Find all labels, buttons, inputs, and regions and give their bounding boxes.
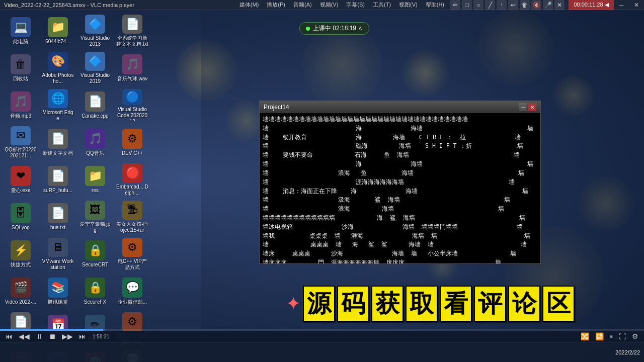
project14-titlebar[interactable]: Project14 ─ ✕ bbox=[260, 101, 540, 113]
desktop-icon-15[interactable]: ⚙ DEV C++ bbox=[114, 124, 150, 160]
arrow-icon[interactable]: ↑ bbox=[497, 0, 507, 10]
desktop-icon-14[interactable]: 🎵 QQ音乐 bbox=[77, 124, 113, 160]
icon-label-19: Embarcad... Delphi... bbox=[116, 184, 148, 196]
desktop-icon-29[interactable]: 📚 腾讯课堂 bbox=[40, 273, 76, 309]
icon-image-20: 🗄 bbox=[11, 203, 31, 223]
shuffle-button[interactable]: 🔀 bbox=[579, 332, 591, 340]
desktop-icon-19[interactable]: 🔴 Embarcad... Delphi... bbox=[114, 161, 150, 198]
forward-button[interactable]: ▶▶ bbox=[60, 332, 74, 340]
desktop-icon-11[interactable]: 🔵 Visual Studio Code 20202012 bbox=[114, 87, 150, 123]
stop-button[interactable]: ⏹ bbox=[47, 332, 57, 340]
playlist-button[interactable]: ≡ bbox=[608, 334, 614, 339]
desktop-icon-1[interactable]: 📁 6044lb74... bbox=[40, 13, 76, 49]
icon-label-12: QQ邮件20220202121... bbox=[5, 147, 37, 158]
menu-help[interactable]: 帮助(H) bbox=[422, 0, 448, 10]
icon-image-17: 📄 bbox=[48, 166, 68, 186]
desktop-icon-23[interactable]: 🗜 美女大女孩-Project15-rar bbox=[114, 199, 150, 235]
icon-label-20: SQLyog bbox=[12, 225, 30, 231]
desktop-icon-8[interactable]: 🎵 音频.mp3 bbox=[3, 87, 39, 123]
fullscreen-button[interactable]: ⛶ bbox=[617, 332, 627, 340]
star-left-icon: ✦ bbox=[286, 293, 301, 314]
desktop-icon-25[interactable]: 🖥 VMware Workstation bbox=[40, 236, 76, 272]
repeat-button[interactable]: 🔁 bbox=[594, 332, 605, 340]
project14-window-controls: ─ ✕ bbox=[519, 103, 536, 111]
menu-media[interactable]: 媒体(M) bbox=[235, 0, 263, 10]
icon-label-16: 爱心.exe bbox=[11, 188, 31, 194]
mic-icon[interactable]: 🎤 bbox=[543, 0, 553, 10]
menu-subtitle[interactable]: 字幕(S) bbox=[342, 0, 369, 10]
desktop-icon-2[interactable]: 🔷 Visual Studio 2013 bbox=[77, 13, 113, 49]
icon-image-10: 📄 bbox=[85, 92, 105, 112]
circle-icon[interactable]: ○ bbox=[473, 0, 484, 10]
desktop-icon-31[interactable]: 💬 企业微信邮... bbox=[114, 273, 150, 309]
subtitle-char-6: 论 bbox=[508, 286, 540, 322]
menu-video[interactable]: 视频(V) bbox=[316, 0, 343, 10]
pencil-icon[interactable]: ✏ bbox=[450, 0, 460, 10]
icon-label-8: 音频.mp3 bbox=[10, 113, 31, 119]
subtitle-char-3: 取 bbox=[406, 286, 438, 322]
desktop-icon-16[interactable]: ❤ 爱心.exe bbox=[3, 161, 39, 198]
time-display: 1:58:21 bbox=[93, 334, 109, 339]
minimize-button[interactable]: ─ bbox=[614, 0, 629, 10]
icon-image-4: 🗑 bbox=[11, 54, 31, 74]
subtitle-bar: ✦ 源 码 获 取 看 评 论 区 bbox=[231, 286, 629, 322]
icon-image-23: 🗜 bbox=[122, 201, 142, 220]
close-toolbar-icon[interactable]: ✕ bbox=[554, 0, 565, 10]
proj-row-5: 墙 海 海墙 墙 bbox=[263, 160, 537, 169]
timer-widget[interactable]: 上课中 02:18:19 ∧ bbox=[299, 22, 369, 35]
desktop-icon-20[interactable]: 🗄 SQLyog bbox=[3, 199, 39, 235]
proj-minimize-button[interactable]: ─ bbox=[519, 103, 527, 111]
menu-tools[interactable]: 工具(T) bbox=[369, 0, 395, 10]
delete-icon[interactable]: 🗑 bbox=[520, 0, 530, 10]
vlc-window-title: Video_2022-02-22_225643.smxv - VLC media… bbox=[0, 2, 235, 8]
desktop-icon-7[interactable]: 🎵 音乐气球.wav bbox=[114, 50, 150, 86]
vlc-menu-bar: Video_2022-02-22_225643.smxv - VLC media… bbox=[0, 0, 644, 10]
close-button[interactable]: ✕ bbox=[629, 0, 644, 10]
icon-image-2: 🔷 bbox=[85, 15, 105, 34]
rewind-button[interactable]: ◀◀ bbox=[17, 332, 31, 340]
icon-image-18: 📁 bbox=[85, 166, 105, 186]
desktop-icon-0[interactable]: 💻 此电脑 bbox=[3, 13, 39, 49]
rect-icon[interactable]: □ bbox=[462, 0, 472, 10]
icon-label-6: Visual Studio 2019 bbox=[79, 72, 111, 84]
icon-label-26: SecureCRT bbox=[82, 262, 108, 268]
icon-label-3: 全系统学习新建文本文档.txt bbox=[116, 35, 148, 47]
desktop-icon-26[interactable]: 🔒 SecureCRT bbox=[77, 236, 113, 272]
desktop-icon-10[interactable]: 📄 Canake.cpp bbox=[77, 87, 113, 123]
desktop-icon-6[interactable]: 🔷 Visual Studio 2019 bbox=[77, 50, 113, 86]
desktop-icon-30[interactable]: 🔒 SecureFX bbox=[77, 273, 113, 309]
proj-row-14: 墙 桌桌桌 墙 海 鲨 鲨 海墙 墙 墙 bbox=[263, 240, 537, 249]
undo-icon[interactable]: ↩ bbox=[508, 0, 518, 10]
desktop-icon-28[interactable]: 🎬 Video 2022-... bbox=[3, 273, 39, 309]
subtitle-char-7: 区 bbox=[542, 286, 575, 322]
proj-close-button[interactable]: ✕ bbox=[528, 103, 536, 111]
icon-image-11: 🔵 bbox=[122, 89, 142, 105]
menu-view[interactable]: 视图(V) bbox=[395, 0, 422, 10]
desktop-icon-27[interactable]: ⚙ 电C++ VIP产品方式 bbox=[114, 236, 150, 272]
desktop-icon-3[interactable]: 📄 全系统学习新建文本文档.txt bbox=[114, 13, 150, 49]
desktop-icon-4[interactable]: 🗑 回收站 bbox=[3, 50, 39, 86]
desktop-icon-9[interactable]: 🌐 Microsoft Edge bbox=[40, 87, 76, 123]
extended-button[interactable]: ⚙ bbox=[630, 332, 640, 340]
desktop-icon-12[interactable]: ✉ QQ邮件20220202121... bbox=[3, 124, 39, 160]
icon-image-9: 🌐 bbox=[48, 89, 68, 108]
subtitle-char-1: 码 bbox=[337, 286, 369, 322]
desktop-icon-24[interactable]: ⚡ 快捷方式 bbox=[3, 236, 39, 272]
line-icon[interactable]: ╱ bbox=[485, 0, 495, 10]
menu-play[interactable]: 播放(P) bbox=[263, 0, 289, 10]
desktop-icon-18[interactable]: 📁 res bbox=[77, 161, 113, 198]
desktop-icon-5[interactable]: 🎨 Adobe Photosho... bbox=[40, 50, 76, 86]
prev-button[interactable]: ⏮ bbox=[4, 332, 14, 340]
desktop-icon-22[interactable]: 🖼 爱宁辛最猫.jpg bbox=[77, 199, 113, 235]
icon-image-22: 🖼 bbox=[85, 201, 105, 220]
desktop-icon-17[interactable]: 📄 suRP_hufu... bbox=[40, 161, 76, 198]
desktop-icon-21[interactable]: 📄 hua.txt bbox=[40, 199, 76, 235]
mute-icon[interactable]: 🔇 bbox=[531, 0, 541, 10]
menu-audio[interactable]: 音频(A) bbox=[289, 0, 316, 10]
pause-button[interactable]: ⏸ bbox=[34, 332, 44, 340]
taskbar: 2022/2/22 bbox=[0, 342, 644, 362]
icon-image-27: ⚙ bbox=[122, 238, 142, 257]
desktop-icon-13[interactable]: 📄 新建文字文档 bbox=[40, 124, 76, 160]
next-button[interactable]: ⏭ bbox=[77, 332, 88, 340]
icon-image-26: 🔒 bbox=[85, 240, 105, 260]
